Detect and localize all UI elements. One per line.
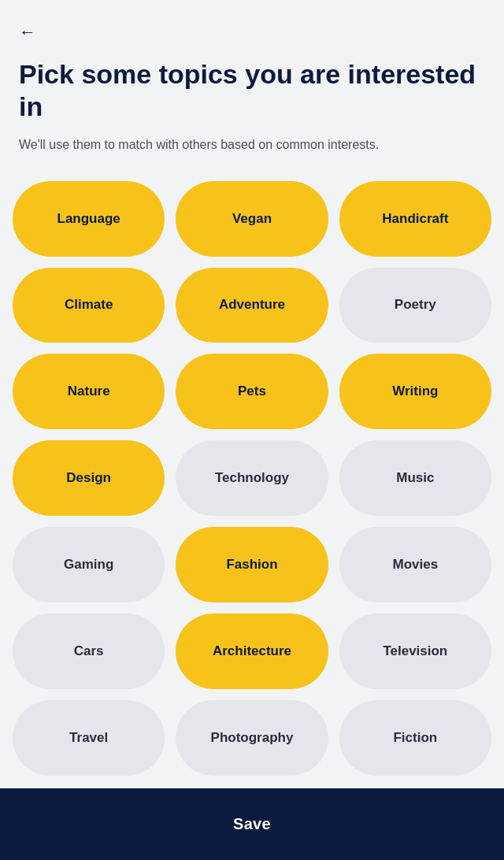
topic-chip[interactable]: Travel [13,700,165,776]
page-header: Pick some topics you are interested in W… [0,43,504,162]
topic-chip[interactable]: Design [13,440,165,516]
topic-chip[interactable]: Vegan [176,181,328,257]
save-bar: Save [0,788,504,860]
topic-chip[interactable]: Movies [339,527,491,602]
topic-chip[interactable]: Fashion [176,527,328,602]
topic-chip[interactable]: Adventure [176,268,328,343]
topic-chip[interactable]: Television [339,613,491,689]
topic-chip[interactable]: Handicraft [339,181,491,257]
topic-chip[interactable]: Fiction [339,700,491,776]
topic-chip[interactable]: Technology [176,440,328,516]
page-subtitle: We'll use them to match with others base… [19,135,485,154]
page-title: Pick some topics you are interested in [19,58,485,123]
topic-chip[interactable]: Cars [13,613,165,689]
topic-chip[interactable]: Architecture [176,613,328,689]
topic-chip[interactable]: Photography [176,700,328,776]
topic-chip[interactable]: Music [339,440,491,516]
topic-chip[interactable]: Climate [13,268,165,343]
back-button[interactable]: ← [19,22,36,43]
topics-grid: LanguageVeganHandicraftClimateAdventureP… [0,162,504,788]
save-button[interactable]: Save [19,804,485,844]
topic-chip[interactable]: Gaming [13,527,165,602]
topic-chip[interactable]: Poetry [339,268,491,343]
topic-chip[interactable]: Writing [339,354,491,429]
topic-chip[interactable]: Language [13,181,165,257]
topic-chip[interactable]: Nature [13,354,165,429]
topic-chip[interactable]: Pets [176,354,328,429]
